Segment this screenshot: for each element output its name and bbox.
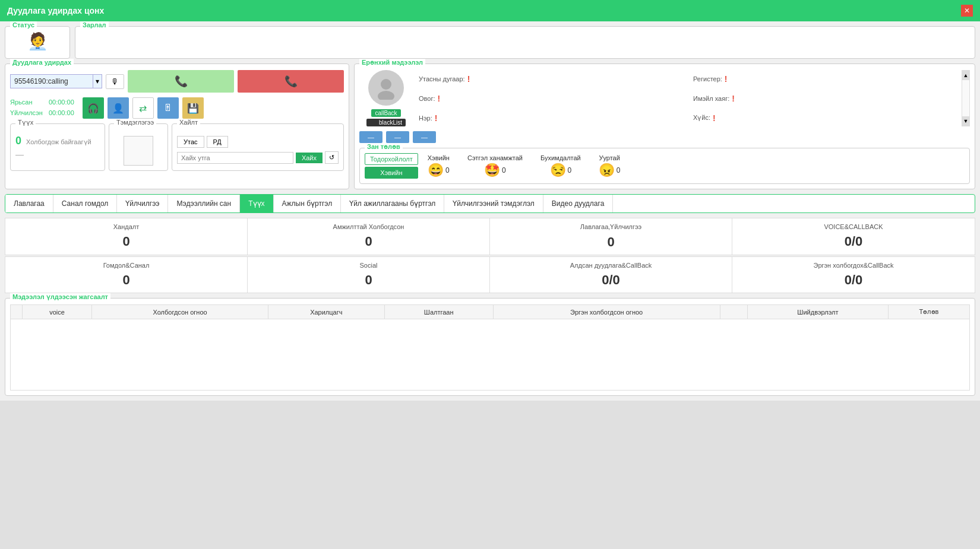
equalizer-button[interactable]: 🎚 bbox=[157, 97, 179, 119]
hailt-search-btn[interactable]: Хайх bbox=[296, 153, 323, 163]
col-shiidver: Шийдвэрлэлт bbox=[748, 305, 889, 319]
uilchilsen-time: 00:00:00 bbox=[49, 108, 74, 119]
hailt-refresh-btn[interactable]: ↺ bbox=[325, 151, 339, 164]
person-button[interactable]: 👤 bbox=[108, 97, 129, 119]
medeel-label: Мэдээлэл үлдээсэн жагсаалт bbox=[10, 293, 110, 301]
close-button[interactable]: ✕ bbox=[961, 5, 973, 17]
col-shaltgaan: Шалтгаан bbox=[384, 305, 493, 319]
uurtai-emoji: 😠 bbox=[599, 163, 615, 178]
tab-uilchilgee[interactable]: Үйлчилгээ bbox=[117, 195, 168, 212]
hailt-input[interactable] bbox=[177, 152, 293, 164]
register-label: Регистер: bbox=[693, 75, 722, 82]
action-btn-1[interactable]: — bbox=[359, 131, 382, 143]
blacklist-badge: blackList bbox=[366, 119, 406, 126]
heviin-emoji: 😄 bbox=[428, 163, 444, 178]
ovog-label: Овог: bbox=[419, 95, 435, 102]
imail-row: Имэйл хаяг: ! bbox=[693, 90, 956, 107]
tab-uilchilgee-temdeg[interactable]: Үйлчилгээний тэмдэглэл bbox=[444, 195, 543, 212]
headset-button[interactable]: 🎧 bbox=[83, 97, 104, 119]
col-hariltsagch: Харилцагч bbox=[268, 305, 384, 319]
time-values: 00:00:00 00:00:00 bbox=[49, 97, 74, 118]
status-box: Статус 🧑‍💼 bbox=[5, 26, 70, 59]
temdeg-box: Тэмдэглэгээ bbox=[109, 123, 168, 171]
stat-gomdol-label: Гомдол&Санал bbox=[12, 262, 240, 269]
hailt-btn-row: Утас РД bbox=[177, 136, 339, 148]
tuukh-dash: — bbox=[15, 150, 100, 159]
tab-tuukh[interactable]: Түүх bbox=[240, 195, 273, 212]
duudlaga-box: Дуудлага удирдах ▾ 🎙 📞 📞 Ярьсан Үйлчилсэ… bbox=[5, 64, 349, 189]
middle-row: Дуудлага удирдах ▾ 🎙 📞 📞 Ярьсан Үйлчилсэ… bbox=[5, 64, 975, 189]
satsel-emoji: 🤩 bbox=[484, 163, 500, 178]
profile-section: callBack blackList bbox=[359, 70, 413, 126]
utas-label: Утасны дугаар: bbox=[419, 75, 465, 82]
col-holbogdson: Холбогдсон огноо bbox=[92, 305, 268, 319]
stats-grid-row1: Хандалт 0 Амжилттай Холбогдсон 0 Лавлага… bbox=[5, 218, 975, 255]
tuukh-label: Түүх bbox=[15, 119, 36, 126]
col-check bbox=[11, 305, 23, 319]
tab-sanal-gomdol[interactable]: Санал гомдол bbox=[53, 195, 118, 212]
phone-dropdown-arrow[interactable]: ▾ bbox=[93, 74, 102, 88]
zarlan-label: Зарлал bbox=[80, 21, 109, 28]
tab-ajlyn-burtgel[interactable]: Ажлын бүртгэл bbox=[274, 195, 342, 212]
transfer-button[interactable]: ⇄ bbox=[132, 97, 154, 119]
tab-lavlagaa[interactable]: Лавлагаа bbox=[5, 195, 53, 212]
huis-row: Хүйс: ! bbox=[693, 109, 956, 126]
medeel-thead: voice Холбогдсон огноо Харилцагч Шалтгаа… bbox=[11, 305, 970, 319]
utas-btn[interactable]: Утас bbox=[177, 136, 204, 148]
status-icon: 🧑‍💼 bbox=[27, 31, 48, 51]
zan-label: Зан төлөв bbox=[365, 143, 403, 151]
scroll-up[interactable]: ▲ bbox=[962, 71, 969, 80]
col-tolov: Төлөв bbox=[888, 305, 969, 319]
info-scrollbar[interactable]: ▲ ▼ bbox=[962, 70, 970, 126]
call-red-button[interactable]: 📞 bbox=[238, 70, 344, 93]
temdeg-canvas[interactable] bbox=[124, 136, 153, 166]
stat-aldsan-label: Алдсан дуудлага&CallBack bbox=[497, 262, 725, 269]
time-row: Ярьсан Үйлчилсэн 00:00:00 00:00:00 🎧 👤 ⇄… bbox=[10, 97, 344, 119]
medeel-box: Мэдээлэл үлдээсэн жагсаалт voice Холбогд… bbox=[5, 298, 975, 396]
tab-medeel-san[interactable]: Мэдээллийн сан bbox=[168, 195, 240, 212]
satsel-item: Сэтгэл ханамжтай 🤩 0 bbox=[467, 154, 523, 178]
col-ergen-holbogdson: Эргэн холбогдсон огноо bbox=[493, 305, 720, 319]
info-grid: Утасны дугаар: ! Регистер: ! Овог: ! Имэ… bbox=[419, 70, 956, 126]
stat-social: Social 0 bbox=[248, 257, 490, 293]
medeel-table: voice Холбогдсон огноо Харилцагч Шалтгаа… bbox=[10, 304, 970, 391]
hailt-box: Хайлт Утас РД Хайх ↺ bbox=[172, 123, 344, 171]
status-label: Статус bbox=[10, 21, 37, 28]
huis-label: Хүйс: bbox=[693, 114, 710, 122]
call-green-button[interactable]: 📞 bbox=[128, 70, 234, 93]
tab-uil-ajillagaa[interactable]: Үйл ажиллагааны бүртгэл bbox=[341, 195, 444, 212]
uurtai-count: 0 bbox=[617, 166, 621, 174]
eronkhii-label: Ерөнхий мэдээлэл bbox=[359, 59, 425, 66]
utas-row: Утасны дугаар: ! bbox=[419, 70, 681, 87]
heviin-count: 0 bbox=[445, 166, 450, 174]
huis-value: ! bbox=[713, 113, 716, 123]
uilchilsen-label: Үйлчилсэн bbox=[10, 108, 43, 119]
stat-amjilttai-label: Амжилттай Холбогдсон bbox=[255, 223, 482, 230]
action-btn-3[interactable]: — bbox=[413, 131, 436, 143]
zan-inner: Тодорхойлолт Хэвийн Хэвийн 😄 0 Сэтгэл ха… bbox=[365, 153, 965, 179]
svg-point-1 bbox=[378, 91, 394, 100]
heviin-btn[interactable]: Хэвийн bbox=[365, 167, 418, 179]
scroll-down[interactable]: ▼ bbox=[962, 116, 969, 126]
stat-social-label: Social bbox=[255, 262, 482, 269]
mic-button[interactable]: 🎙 bbox=[106, 74, 124, 89]
tab-video[interactable]: Видео дуудлага bbox=[543, 195, 613, 212]
window-title: Дуудлага удирдах цонх bbox=[7, 6, 104, 15]
utas-value: ! bbox=[467, 74, 470, 84]
save-button[interactable]: 💾 bbox=[182, 97, 204, 119]
stat-voice-label: VOICE&CALLBACK bbox=[739, 223, 968, 230]
eronkhii-inner: callBack blackList Утасны дугаар: ! Реги… bbox=[359, 70, 970, 126]
blacklist-checkbox[interactable] bbox=[370, 120, 376, 126]
phone-input-wrapper: ▾ bbox=[10, 74, 102, 88]
heviin-item: Хэвийн 😄 0 bbox=[428, 154, 450, 178]
todorhoilolt-btn[interactable]: Тодорхойлолт bbox=[365, 153, 418, 165]
rd-btn[interactable]: РД bbox=[207, 136, 228, 148]
phone-input[interactable] bbox=[10, 74, 93, 88]
duudlaga-label: Дуудлага удирдах bbox=[10, 59, 74, 66]
action-btn-2[interactable]: — bbox=[386, 131, 409, 143]
tuukh-text: Холбогдож байгаагүй bbox=[26, 138, 91, 146]
stat-lavlagaa-label: Лавлагаа,Үйлчилгээ bbox=[497, 223, 725, 231]
satsel-count: 0 bbox=[502, 166, 506, 174]
register-row: Регистер: ! bbox=[693, 70, 956, 87]
ovog-value: ! bbox=[437, 94, 440, 103]
